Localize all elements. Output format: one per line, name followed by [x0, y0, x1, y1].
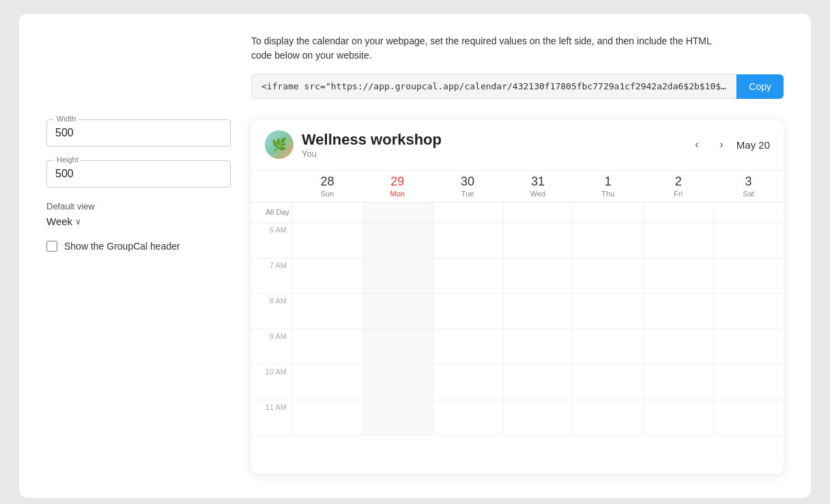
day-name-5: Fri	[643, 190, 713, 198]
time-cell-6am-6	[713, 223, 784, 258]
left-panel: Width Height Default view Week ∨ Show th…	[46, 119, 231, 474]
height-field-group: Height	[46, 160, 231, 188]
time-cell-8am-5	[643, 294, 713, 329]
time-row-10am: 10 AM	[251, 365, 784, 400]
time-cell-8am-0	[292, 294, 362, 329]
height-input[interactable]	[55, 168, 222, 180]
day-name-1: Mon	[362, 190, 433, 198]
time-cell-7am-0	[292, 258, 362, 293]
day-number-2: 30	[433, 175, 503, 190]
time-cell-6am-3	[503, 223, 573, 258]
all-day-cell-3	[503, 203, 573, 222]
day-header-4: 1 Thu	[573, 175, 643, 198]
day-name-3: Wed	[503, 190, 573, 198]
time-cell-6am-4	[573, 223, 643, 258]
prev-arrow[interactable]: ‹	[687, 135, 706, 154]
time-cell-9am-1	[362, 329, 433, 364]
day-number-3: 31	[503, 175, 573, 190]
day-header-6: 3 Sat	[713, 175, 784, 198]
description-text: To display the calendar on your webpage,…	[251, 34, 729, 63]
time-label-7am: 7 AM	[251, 258, 292, 293]
day-number-5: 2	[643, 175, 713, 190]
time-row-6am: 6 AM	[251, 223, 784, 258]
day-name-2: Tue	[433, 190, 503, 198]
show-header-label[interactable]: Show the GroupCal header	[64, 241, 180, 252]
all-day-cell-4	[573, 203, 643, 222]
all-day-cell-1	[362, 203, 433, 222]
week-dropdown[interactable]: Week ∨	[46, 216, 231, 227]
week-label: Week	[46, 216, 72, 227]
time-cell-7am-6	[713, 258, 784, 293]
cal-title: Wellness workshop	[302, 131, 679, 149]
time-cell-10am-5	[643, 365, 713, 400]
day-header-2: 30 Tue	[433, 175, 503, 198]
time-cell-7am-5	[643, 258, 713, 293]
day-number-6: 3	[713, 175, 784, 190]
time-cell-8am-4	[573, 294, 643, 329]
time-cell-10am-3	[503, 365, 573, 400]
show-header-checkbox[interactable]	[46, 241, 57, 252]
default-view-label: Default view	[46, 201, 231, 211]
time-cell-6am-5	[643, 223, 713, 258]
day-name-6: Sat	[713, 190, 784, 198]
time-label-6am: 6 AM	[251, 223, 292, 258]
all-day-label: All Day	[251, 203, 292, 222]
time-label-11am: 11 AM	[251, 400, 292, 435]
time-cell-8am-3	[503, 294, 573, 329]
cal-days-header: 28 Sun 29 Mon 30 Tue 31 Wed 1 Thu	[251, 171, 784, 203]
height-label: Height	[54, 155, 81, 164]
time-label-10am: 10 AM	[251, 365, 292, 400]
cal-subtitle: You	[302, 149, 679, 159]
time-cell-9am-6	[713, 329, 784, 364]
cal-month: May 20	[736, 139, 770, 151]
show-header-row: Show the GroupCal header	[46, 241, 231, 252]
calendar-preview: 🌿 Wellness workshop You ‹ › May 20 28 Su…	[251, 119, 784, 474]
time-cell-11am-4	[573, 400, 643, 435]
time-cell-8am-2	[433, 294, 503, 329]
time-cell-6am-0	[292, 223, 362, 258]
description-section: To display the calendar on your webpage,…	[46, 34, 784, 63]
time-cell-7am-3	[503, 258, 573, 293]
embed-code-box: <iframe src="https://app.groupcal.app/ca…	[251, 74, 736, 99]
time-cell-11am-2	[433, 400, 503, 435]
time-cell-6am-1	[362, 223, 433, 258]
time-row-7am: 7 AM	[251, 258, 784, 294]
time-cell-7am-4	[573, 258, 643, 293]
all-day-cell-0	[292, 203, 362, 222]
day-header-1: 29 Mon	[362, 175, 433, 198]
cal-title-block: Wellness workshop You	[302, 131, 679, 159]
time-cell-9am-4	[573, 329, 643, 364]
main-container: To display the calendar on your webpage,…	[19, 14, 811, 498]
day-number-1: 29	[362, 175, 433, 190]
calendar-avatar: 🌿	[265, 130, 294, 159]
time-cell-11am-3	[503, 400, 573, 435]
time-cell-7am-2	[433, 258, 503, 293]
content-area: Width Height Default view Week ∨ Show th…	[46, 119, 784, 474]
day-name-4: Thu	[573, 190, 643, 198]
copy-button[interactable]: Copy	[736, 74, 784, 99]
time-cell-7am-1	[362, 258, 433, 293]
time-label-9am: 9 AM	[251, 329, 292, 364]
all-day-cell-6	[713, 203, 784, 222]
width-input[interactable]	[55, 127, 222, 139]
time-cell-10am-2	[433, 365, 503, 400]
all-day-row: All Day	[251, 203, 784, 223]
time-cell-10am-6	[713, 365, 784, 400]
time-cell-11am-1	[362, 400, 433, 435]
width-field-group: Width	[46, 119, 231, 147]
time-cell-10am-4	[573, 365, 643, 400]
time-cell-11am-0	[292, 400, 362, 435]
default-view-section: Default view Week ∨	[46, 201, 231, 227]
chevron-down-icon: ∨	[75, 217, 81, 226]
time-cell-9am-0	[292, 329, 362, 364]
time-cell-11am-5	[643, 400, 713, 435]
cal-body[interactable]: All Day 6 AM	[251, 203, 784, 474]
time-row-11am: 11 AM	[251, 400, 784, 436]
time-cell-6am-2	[433, 223, 503, 258]
time-row-9am: 9 AM	[251, 329, 784, 365]
cal-header: 🌿 Wellness workshop You ‹ › May 20	[251, 119, 784, 171]
time-cell-11am-6	[713, 400, 784, 435]
next-arrow[interactable]: ›	[712, 135, 731, 154]
time-cell-8am-1	[362, 294, 433, 329]
time-cell-10am-0	[292, 365, 362, 400]
